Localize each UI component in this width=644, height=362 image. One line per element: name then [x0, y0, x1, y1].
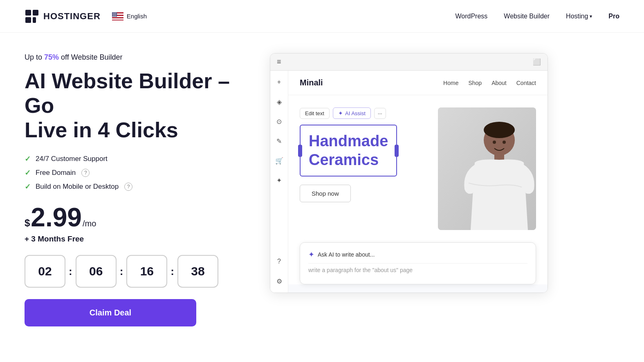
nav-hosting[interactable]: Hosting ▾: [566, 13, 592, 20]
hero-title-line1: Handmade: [309, 132, 388, 150]
svg-point-31: [115, 16, 116, 16]
edit-toolbar: Edit text ✦ AI Assist ···: [300, 107, 430, 119]
check-icon-2: ✓: [25, 168, 31, 177]
mini-hero: Edit text ✦ AI Assist ···: [288, 95, 548, 242]
ai-input-placeholder[interactable]: write a paragraph for the "about us" pag…: [308, 263, 527, 277]
plus-icon: +: [277, 78, 281, 86]
tool-layers[interactable]: ◈: [273, 95, 286, 108]
shop-now-button[interactable]: Shop now: [300, 185, 351, 202]
language-label: English: [127, 13, 147, 20]
nav-hosting-label[interactable]: Hosting: [566, 13, 588, 20]
tool-add[interactable]: +: [273, 76, 286, 89]
browser-mockup: ≡ ⬜ + ◈ ⊙ ✎: [270, 53, 548, 293]
svg-point-37: [493, 141, 496, 144]
feature-2-label: Free Domain: [36, 169, 76, 177]
features-list: ✓ 24/7 Customer Support ✓ Free Domain ? …: [25, 154, 245, 191]
chevron-down-icon: ▾: [590, 13, 592, 19]
help-icon: ?: [277, 258, 281, 265]
price-dollar: $: [25, 217, 30, 229]
check-icon-1: ✓: [25, 154, 31, 163]
price-number: 2.99: [31, 204, 82, 230]
tool-edit[interactable]: ✎: [273, 134, 286, 147]
mini-hero-image: [438, 107, 536, 230]
svg-point-20: [114, 13, 115, 14]
countdown-hours: 02: [25, 255, 65, 288]
claim-deal-button[interactable]: Claim Deal: [25, 299, 196, 326]
language-selector[interactable]: English: [112, 12, 147, 20]
nav-pro[interactable]: Pro: [608, 13, 619, 20]
svg-point-14: [113, 13, 114, 13]
tool-settings[interactable]: ⊙: [273, 115, 286, 128]
svg-rect-10: [112, 18, 123, 20]
ai-panel: ✦ Ask AI to write about... write a parag…: [300, 242, 536, 284]
tool-ai[interactable]: ✦: [273, 174, 286, 187]
more-options-button[interactable]: ···: [374, 108, 386, 119]
svg-rect-9: [112, 17, 123, 18]
check-icon-3: ✓: [25, 182, 31, 191]
expand-icon[interactable]: ⬜: [533, 58, 541, 66]
svg-point-35: [484, 122, 515, 138]
resize-handle-right[interactable]: [395, 145, 399, 157]
left-panel: Up to 75% off Website Builder AI Website…: [25, 53, 245, 326]
svg-point-15: [114, 13, 115, 13]
countdown-seconds: 16: [126, 255, 167, 288]
resize-handle-left[interactable]: [298, 145, 302, 157]
promo-prefix: Up to: [25, 53, 44, 61]
ai-panel-label: Ask AI to write about...: [318, 251, 375, 258]
info-icon-mobile[interactable]: ?: [124, 183, 132, 191]
ai-sparkle-panel-icon: ✦: [308, 250, 314, 259]
mini-website: Minali Home Shop About Contact: [288, 71, 548, 284]
svg-point-17: [116, 13, 117, 13]
heading-line1: AI Website Builder – Go: [25, 69, 230, 117]
svg-point-27: [116, 15, 117, 16]
menu-icon[interactable]: ≡: [277, 58, 281, 66]
svg-point-13: [112, 13, 113, 13]
gear-icon: ⚙: [276, 277, 282, 285]
main-heading: AI Website Builder – Go Live in 4 Clicks: [25, 69, 245, 142]
feature-item-3: ✓ Build on Mobile or Desktop ?: [25, 182, 245, 191]
feature-1-label: 24/7 Customer Support: [36, 155, 108, 163]
countdown: 02 : 06 : 16 : 38: [25, 255, 245, 288]
tool-gear[interactable]: ⚙: [273, 275, 286, 288]
feature-item-2: ✓ Free Domain ?: [25, 168, 245, 177]
svg-point-24: [113, 15, 114, 16]
svg-point-32: [116, 16, 117, 16]
mini-nav-shop[interactable]: Shop: [468, 80, 482, 86]
ai-sparkle-icon: ✦: [338, 110, 343, 116]
mini-nav-contact[interactable]: Contact: [516, 80, 536, 86]
ai-assist-button[interactable]: ✦ AI Assist: [333, 107, 371, 119]
mini-nav-home[interactable]: Home: [443, 80, 458, 86]
countdown-minutes: 06: [76, 255, 117, 288]
svg-point-23: [112, 15, 113, 16]
heading-line2: Live in 4 Clicks: [25, 118, 178, 142]
svg-point-26: [115, 15, 116, 16]
svg-rect-11: [112, 20, 123, 20]
hero-text-block[interactable]: Handmade Ceramics: [300, 125, 397, 177]
tool-help[interactable]: ?: [273, 255, 286, 268]
logo-text: HOSTINGER: [43, 11, 101, 22]
header-left: HOSTINGER: [25, 9, 147, 24]
nav-website-builder[interactable]: Website Builder: [504, 13, 550, 20]
flag-icon: [112, 12, 123, 20]
svg-rect-0: [25, 10, 31, 16]
mini-nav-links: Home Shop About Contact: [443, 80, 536, 86]
hero-title: Handmade Ceramics: [309, 132, 388, 169]
hero-title-line2: Ceramics: [309, 151, 379, 168]
svg-rect-3: [33, 17, 36, 23]
tool-cart[interactable]: 🛒: [273, 154, 286, 167]
promo-badge: Up to 75% off Website Builder: [25, 53, 245, 62]
price-mo: /mo: [83, 219, 96, 228]
ai-assist-label: AI Assist: [345, 110, 366, 116]
edit-text-button[interactable]: Edit text: [300, 108, 330, 119]
logo-icon: [25, 9, 39, 24]
main-content: Up to 75% off Website Builder AI Website…: [0, 33, 644, 326]
mini-nav-about[interactable]: About: [491, 80, 507, 86]
info-icon-domain[interactable]: ?: [81, 169, 90, 177]
svg-point-19: [113, 13, 114, 14]
price-amount: $ 2.99 /mo: [25, 204, 245, 230]
feature-item-1: ✓ 24/7 Customer Support: [25, 154, 245, 163]
browser-topbar: ≡ ⬜: [270, 54, 548, 71]
editor-canvas: Minali Home Shop About Contact: [288, 71, 548, 293]
logo[interactable]: HOSTINGER: [25, 9, 101, 24]
nav-wordpress[interactable]: WordPress: [455, 13, 487, 20]
